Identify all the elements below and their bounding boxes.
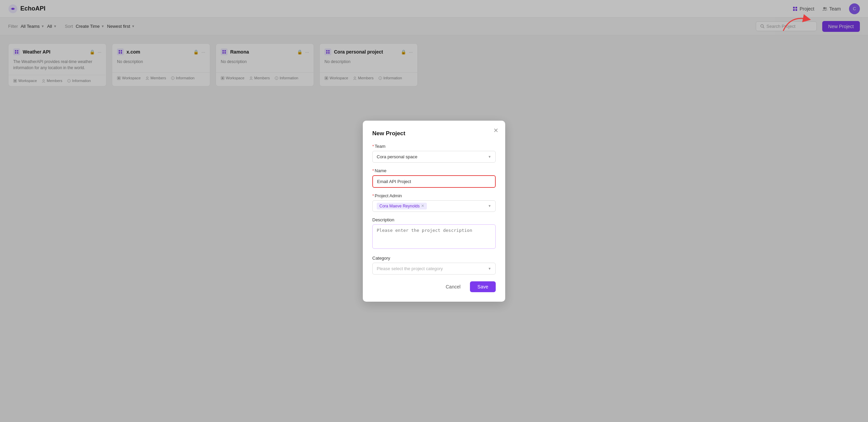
description-textarea[interactable] bbox=[372, 224, 496, 249]
category-label: Category bbox=[372, 256, 496, 261]
team-form-group: * Team Cora personal space ▼ bbox=[372, 144, 496, 163]
name-label: * Name bbox=[372, 168, 496, 173]
description-label: Description bbox=[372, 217, 496, 222]
name-form-group: * Name bbox=[372, 168, 496, 188]
modal-footer: Cancel Save bbox=[372, 281, 496, 292]
project-admin-label: * Project Admin bbox=[372, 193, 496, 198]
save-button[interactable]: Save bbox=[470, 281, 496, 292]
modal-title: New Project bbox=[372, 130, 496, 137]
tag-remove-icon[interactable]: ✕ bbox=[421, 204, 424, 208]
modal-close-button[interactable]: ✕ bbox=[493, 127, 498, 134]
category-select[interactable]: Please select the project category ▼ bbox=[372, 263, 496, 275]
team-select[interactable]: Cora personal space ▼ bbox=[372, 151, 496, 163]
cancel-button[interactable]: Cancel bbox=[440, 281, 466, 292]
modal-overlay: New Project ✕ * Team Cora personal space… bbox=[0, 0, 868, 422]
team-label: * Team bbox=[372, 144, 496, 149]
admin-tag: Cora Maeve Reynolds ✕ bbox=[377, 203, 427, 209]
project-admin-input[interactable]: Cora Maeve Reynolds ✕ ▼ bbox=[372, 200, 496, 212]
new-project-modal: New Project ✕ * Team Cora personal space… bbox=[363, 121, 505, 302]
category-form-group: Category Please select the project categ… bbox=[372, 256, 496, 275]
project-admin-form-group: * Project Admin Cora Maeve Reynolds ✕ ▼ bbox=[372, 193, 496, 212]
name-input[interactable] bbox=[372, 175, 496, 188]
description-form-group: Description bbox=[372, 217, 496, 250]
